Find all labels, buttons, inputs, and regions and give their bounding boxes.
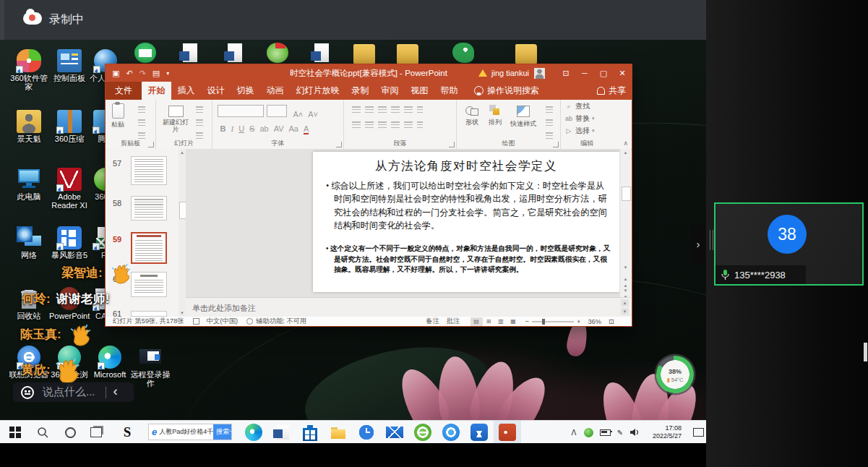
tab-slideshow[interactable]: 幻灯片放映 bbox=[290, 82, 345, 100]
news-search-text[interactable]: 人教Pad好价格4千 bbox=[159, 427, 213, 437]
select-button[interactable]: ▷选择 ▾ bbox=[565, 126, 613, 136]
desktop-icon-folder[interactable] bbox=[353, 44, 375, 64]
bold-button[interactable]: B bbox=[220, 124, 226, 133]
panel-drag-handle[interactable] bbox=[713, 230, 713, 250]
grow-font-icon[interactable]: A˄ bbox=[293, 110, 303, 119]
desktop-icon-word-doc[interactable] bbox=[179, 43, 200, 63]
zoom-slider[interactable] bbox=[532, 321, 574, 322]
tray-clock[interactable]: 17:082022/5/27 bbox=[645, 421, 689, 443]
start-button[interactable] bbox=[6, 421, 25, 443]
slide-thumbnail-59-selected[interactable] bbox=[131, 232, 167, 264]
dialog-launcher-icon[interactable] bbox=[553, 142, 559, 147]
desktop-icon-storm-player[interactable]: 暴风影音5 bbox=[49, 226, 90, 260]
ppt-titlebar[interactable]: ▣ ↶ ↷ ▤ ▾ 时空社会学概论ppt[兼容模式] - PowerPoint … bbox=[106, 64, 632, 82]
char-spacing-button[interactable]: AV bbox=[274, 124, 284, 133]
slide-thumbnail-60[interactable] bbox=[131, 272, 167, 297]
sogou-input-button[interactable]: S bbox=[114, 421, 140, 443]
clipboard-small-buttons[interactable] bbox=[136, 104, 147, 143]
desktop-icon-parrot[interactable] bbox=[452, 43, 474, 63]
speed-ball-widget[interactable]: 38% ▮ 54°C bbox=[656, 356, 694, 393]
desktop-icon-edge[interactable]: Microsoft bbox=[90, 346, 130, 379]
save-icon[interactable]: ▣ bbox=[112, 69, 119, 78]
panel-scrollbar[interactable] bbox=[864, 343, 867, 361]
task-view-button[interactable] bbox=[85, 421, 107, 443]
editor-scrollbar[interactable]: ▲ ▼ ▲▲ ▼▼ bbox=[619, 149, 631, 297]
zoom-out-button[interactable]: − bbox=[525, 318, 529, 325]
tray-360-icon[interactable] bbox=[583, 421, 595, 443]
spellcheck-icon[interactable] bbox=[193, 318, 199, 325]
slide-bullet-1[interactable]: 综合以上所述，我们可以给出时空社会学的如下定义：时空社会学是从时间和空间特别是社… bbox=[326, 179, 611, 232]
tab-animations[interactable]: 动画 bbox=[260, 82, 290, 100]
dialog-launcher-icon[interactable] bbox=[336, 142, 342, 147]
taskbar-alarms[interactable] bbox=[353, 421, 380, 443]
cortana-button[interactable] bbox=[59, 421, 81, 443]
minimize-button[interactable]: ─ bbox=[575, 64, 594, 82]
taskbar-word[interactable] bbox=[268, 421, 296, 443]
collapse-chat-icon[interactable]: ‹ bbox=[113, 383, 118, 399]
desktop-icon-360-manager[interactable]: 360软件管家 bbox=[9, 49, 49, 91]
desktop-icon-browser[interactable] bbox=[267, 43, 288, 63]
tab-help[interactable]: 帮助 bbox=[434, 82, 464, 100]
maximize-button[interactable]: ▢ bbox=[594, 64, 613, 82]
taskbar-mail[interactable] bbox=[381, 421, 408, 443]
scroll-up-icon[interactable]: ▲ bbox=[621, 299, 629, 307]
action-center-button[interactable] bbox=[692, 421, 705, 443]
arrange-button[interactable]: 排列 bbox=[486, 103, 504, 127]
notes-pane[interactable]: 单击此处添加备注 ▲ ▼ bbox=[186, 297, 630, 317]
paragraph-buttons-row1[interactable] bbox=[350, 104, 425, 117]
language-indicator[interactable]: 中文(中国) bbox=[207, 317, 238, 326]
scrollbar-thumb[interactable] bbox=[622, 187, 631, 201]
chat-input-bar[interactable]: 说点什么... ‹ bbox=[13, 382, 134, 402]
tab-record[interactable]: 录制 bbox=[345, 82, 375, 100]
dialog-launcher-icon[interactable] bbox=[449, 142, 455, 147]
emoji-icon[interactable] bbox=[21, 386, 34, 399]
taskbar-store[interactable] bbox=[296, 421, 324, 443]
tray-volume[interactable] bbox=[628, 421, 641, 443]
tab-transitions[interactable]: 切换 bbox=[231, 82, 260, 100]
taskbar-ie[interactable] bbox=[409, 421, 437, 443]
shrink-font-icon[interactable]: A˅ bbox=[308, 110, 318, 119]
tab-view[interactable]: 视图 bbox=[405, 82, 434, 100]
desktop-icon-control-panel[interactable]: 控制面板 bbox=[49, 49, 90, 82]
scroll-up-icon[interactable]: ▲ bbox=[179, 149, 186, 156]
ribbon-display-options-icon[interactable]: ⊡ bbox=[557, 64, 575, 82]
tab-design[interactable]: 设计 bbox=[201, 82, 231, 100]
tab-insert[interactable]: 插入 bbox=[171, 82, 201, 100]
shapes-button[interactable]: 形状 bbox=[463, 103, 481, 127]
reading-view-button[interactable]: ▥ bbox=[495, 317, 507, 326]
slide-thumbnail-57[interactable] bbox=[131, 156, 167, 185]
desktop-icon-jingtiankui-folder[interactable]: 景天魁 bbox=[9, 110, 49, 143]
participant-video-tile[interactable]: 38 135****2938 bbox=[714, 202, 864, 286]
qat-customize-icon[interactable]: ▾ bbox=[166, 70, 169, 77]
desktop-icon-word-doc[interactable] bbox=[223, 43, 245, 63]
tray-input-indicator[interactable]: ✎ bbox=[614, 421, 626, 443]
taskbar-search-button[interactable] bbox=[32, 421, 53, 443]
taskbar-news-search-box[interactable]: e 人教Pad好价格4千 搜索一下 bbox=[148, 424, 232, 440]
fit-to-window-icon[interactable]: ⊡ bbox=[609, 317, 614, 325]
tell-me-search[interactable]: 操作说明搜索 bbox=[487, 85, 539, 97]
notes-placeholder[interactable]: 单击此处添加备注 bbox=[192, 303, 256, 314]
collapse-ribbon-icon[interactable]: ∧ bbox=[623, 140, 628, 147]
search-go-button[interactable]: 搜索一下 bbox=[213, 424, 232, 440]
zoom-slider-thumb[interactable] bbox=[542, 319, 545, 325]
taskbar-file-explorer[interactable] bbox=[325, 421, 352, 443]
share-button[interactable]: 共享 bbox=[597, 85, 626, 97]
desktop-icon-this-pc[interactable]: 此电脑 bbox=[9, 168, 49, 201]
slide-canvas[interactable]: 从方法论角度对时空社会学定义 综合以上所述，我们可以给出时空社会学的如下定义：时… bbox=[313, 152, 619, 292]
drawing-small-buttons[interactable] bbox=[543, 104, 555, 143]
strikethrough-button[interactable]: S bbox=[249, 124, 254, 133]
zoom-in-button[interactable]: + bbox=[577, 318, 580, 325]
slides-small-buttons[interactable] bbox=[194, 104, 205, 143]
scroll-down-icon[interactable]: ▼ bbox=[620, 265, 631, 271]
slideshow-icon[interactable]: ▤ bbox=[152, 69, 160, 78]
desktop-icon-mail[interactable] bbox=[134, 43, 156, 63]
account-area[interactable]: jing tiankui bbox=[478, 68, 545, 79]
desktop-icon-word-doc[interactable] bbox=[310, 43, 332, 63]
scroll-up-icon[interactable]: ▲ bbox=[620, 150, 631, 156]
desktop-icon-network[interactable]: 网络 bbox=[9, 226, 49, 260]
find-button[interactable]: ⌕查找 bbox=[565, 101, 613, 111]
thumbnail-scrollbar[interactable]: ▲ ▼ bbox=[179, 149, 186, 317]
dialog-launcher-icon[interactable] bbox=[148, 142, 154, 147]
font-size-box[interactable] bbox=[267, 105, 287, 117]
tab-home[interactable]: 开始 bbox=[142, 82, 171, 100]
